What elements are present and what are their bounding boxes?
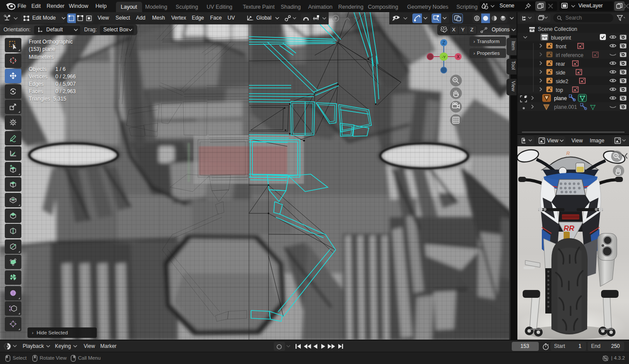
svg-text:X: X — [457, 54, 460, 59]
svg-text:Transform: Transform — [477, 39, 500, 44]
svg-text:R: R — [566, 151, 570, 156]
svg-text:View: View — [511, 81, 516, 91]
svg-text:Properties: Properties — [477, 51, 500, 56]
svg-text:Tool: Tool — [511, 61, 516, 70]
svg-text:RR: RR — [564, 224, 575, 233]
svg-text:›: › — [473, 39, 475, 44]
svg-text:-Y: -Y — [442, 55, 446, 59]
svg-text:Z: Z — [442, 40, 445, 45]
svg-text:Item: Item — [511, 41, 516, 50]
svg-text:›: › — [32, 330, 34, 335]
svg-text:›: › — [473, 51, 475, 56]
svg-text:Hide Selected: Hide Selected — [37, 330, 68, 335]
